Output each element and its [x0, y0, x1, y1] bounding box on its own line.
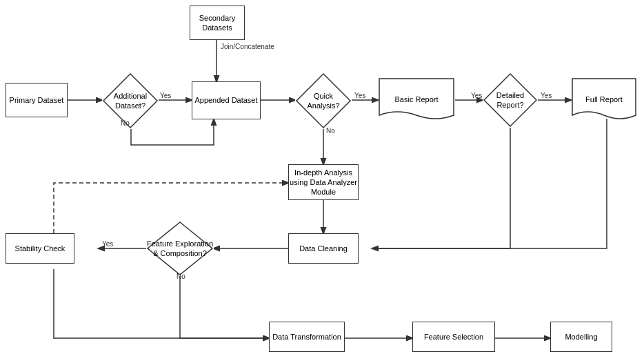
label-yes5: Yes	[102, 240, 113, 248]
label-yes2: Yes	[354, 92, 365, 99]
modelling-node: Modelling	[550, 322, 612, 352]
label-no1: No	[121, 119, 130, 127]
basic-report-node: Basic Report	[378, 77, 455, 122]
additional-dataset-node: AdditionalDataset?	[102, 72, 159, 129]
data-transformation-node: Data Transformation	[269, 322, 345, 352]
quick-analysis-node: QuickAnalysis?	[295, 72, 352, 129]
label-no2: No	[326, 127, 335, 135]
stability-check-node: Stability Check	[6, 233, 74, 264]
full-report-node: Full Report	[571, 77, 637, 122]
label-yes4: Yes	[541, 92, 552, 99]
feature-exploration-node: Feature Exploration& Composition?	[146, 221, 214, 276]
label-yes1: Yes	[160, 92, 171, 99]
appended-dataset-node: Appended Dataset	[192, 81, 261, 119]
primary-dataset-node: Primary Dataset	[6, 83, 68, 117]
label-no3: No	[177, 273, 185, 280]
feature-selection-node: Feature Selection	[412, 322, 495, 352]
indepth-analysis-node: In-depth Analysisusing Data AnalyzerModu…	[288, 164, 359, 200]
secondary-datasets-node: Secondary Datasets	[190, 6, 245, 40]
label-join-concat: Join/Concatenate	[221, 43, 274, 50]
data-cleaning-node: Data Cleaning	[288, 233, 359, 264]
label-yes3: Yes	[471, 92, 482, 99]
detailed-report-node: DetailedReport?	[483, 72, 538, 128]
flowchart: Primary Dataset AdditionalDataset? Secon…	[0, 0, 644, 363]
